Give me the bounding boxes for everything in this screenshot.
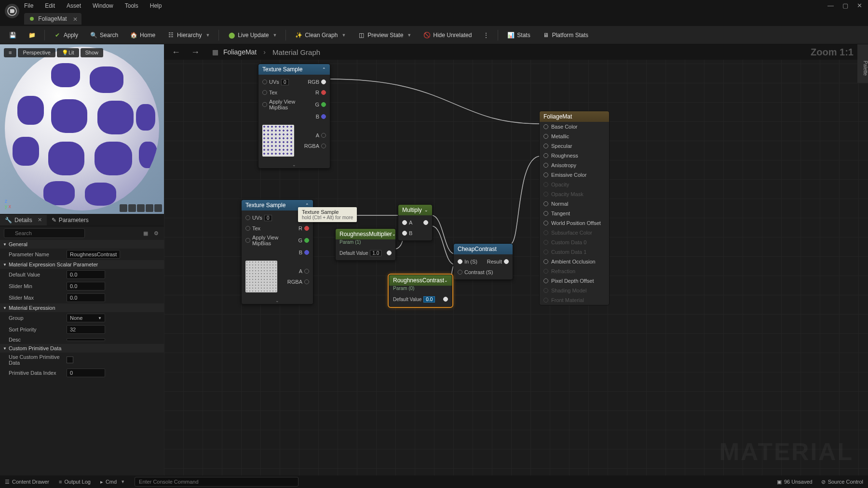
viewport-menu-icon[interactable]: ≡: [4, 48, 16, 57]
chevron-down-icon[interactable]: ⌄: [424, 208, 428, 212]
output-pin[interactable]: Pixel Depth Offset: [540, 276, 609, 286]
output-pin[interactable]: World Position Offset: [540, 218, 609, 228]
platform-stats-button[interactable]: 🖥Platform Stats: [537, 29, 593, 41]
use-custom-checkbox[interactable]: [67, 356, 73, 363]
pin-in[interactable]: [458, 270, 462, 275]
output-pin[interactable]: Specular: [540, 141, 609, 151]
pin-out[interactable]: [321, 79, 326, 84]
pin-in[interactable]: [543, 269, 548, 274]
node-header[interactable]: FoliageMat: [540, 111, 609, 122]
gear-icon[interactable]: ⚙: [152, 229, 160, 237]
pin-out[interactable]: [304, 250, 309, 255]
output-pin[interactable]: Opacity Mask: [540, 189, 609, 199]
parameter-name-input[interactable]: RoughnessContrast: [67, 250, 120, 259]
hide-unrelated-button[interactable]: 🚫Hide Unrelated: [418, 29, 476, 41]
node-roughness-contrast[interactable]: RoughnessContrast⌄ Param (0) Default Val…: [389, 275, 452, 307]
output-pin[interactable]: Base Color: [540, 122, 609, 132]
output-pin[interactable]: Custom Data 1: [540, 247, 609, 257]
nav-fwd-icon[interactable]: →: [188, 47, 203, 57]
node-multiply[interactable]: Multiply⌄ A B: [398, 204, 433, 241]
slider-min-input[interactable]: 0.0: [67, 282, 105, 290]
cmd-button[interactable]: ▸Cmd▼: [100, 479, 125, 485]
details-search-input[interactable]: [4, 228, 85, 238]
pin-in[interactable]: [245, 226, 250, 231]
viewport-shape-icons[interactable]: [120, 204, 162, 212]
pin-in[interactable]: [245, 238, 250, 243]
pin-in[interactable]: [458, 259, 462, 264]
section-general[interactable]: ▼General: [0, 240, 164, 249]
browse-button[interactable]: 📁: [23, 29, 41, 41]
pin-in[interactable]: [543, 230, 548, 235]
toolbar-more[interactable]: ⋮: [478, 30, 494, 40]
search-button[interactable]: 🔍Search: [85, 29, 123, 41]
output-pin[interactable]: Anisotropy: [540, 160, 609, 170]
console-input[interactable]: [135, 477, 298, 487]
output-pin[interactable]: Roughness: [540, 151, 609, 160]
stats-button[interactable]: 📊Stats: [502, 29, 535, 41]
pin-in[interactable]: [262, 79, 267, 84]
default-value-input[interactable]: 0.0: [67, 270, 105, 279]
node-header[interactable]: CheapContrast: [454, 244, 513, 254]
texture-thumbnail[interactable]: [245, 261, 277, 292]
home-button[interactable]: 🏠Home: [125, 29, 160, 41]
chevron-down-icon[interactable]: ⌄: [444, 278, 448, 283]
preview-state-button[interactable]: ◫Preview State▼: [353, 29, 416, 41]
pin-in[interactable]: [543, 259, 548, 264]
node-header[interactable]: Multiply⌄: [398, 205, 432, 215]
chevron-down-icon[interactable]: ⌄: [392, 232, 396, 237]
sort-priority-input[interactable]: 32: [67, 325, 105, 334]
pin-in[interactable]: [543, 201, 548, 206]
minimize-icon[interactable]: —: [827, 2, 834, 9]
pin-in[interactable]: [262, 90, 267, 95]
pin-out[interactable]: [304, 238, 309, 243]
node-material-output[interactable]: FoliageMat Base ColorMetallicSpecularRou…: [539, 111, 610, 305]
pin-in[interactable]: [543, 124, 548, 129]
pin-in[interactable]: [543, 288, 548, 293]
output-pin[interactable]: Tangent: [540, 209, 609, 218]
tab-parameters[interactable]: ✎ Parameters: [47, 215, 94, 225]
output-pin[interactable]: Front Material: [540, 295, 609, 305]
palette-tab[interactable]: Palette: [857, 44, 868, 83]
hierarchy-button[interactable]: ☷Hierarchy▼: [162, 29, 215, 41]
expand-icon[interactable]: ⌄: [242, 297, 313, 304]
desc-input[interactable]: [67, 338, 105, 341]
pin-in[interactable]: [543, 134, 548, 139]
pin-in[interactable]: [543, 211, 548, 216]
menu-tools[interactable]: Tools: [125, 2, 138, 9]
pin-in[interactable]: [543, 192, 548, 197]
texture-thumbnail[interactable]: [262, 125, 294, 157]
grid-icon[interactable]: ▦: [142, 229, 149, 237]
tab-foliagemat[interactable]: FoliageMat ✕: [24, 13, 81, 25]
close-icon[interactable]: ✕: [38, 217, 42, 223]
apply-button[interactable]: ✔Apply: [49, 29, 83, 41]
maximize-icon[interactable]: ▢: [842, 2, 848, 9]
output-log-button[interactable]: ≡Output Log: [59, 479, 91, 485]
save-button[interactable]: 💾: [4, 29, 21, 41]
output-pin[interactable]: Shading Model: [540, 286, 609, 295]
pin-in[interactable]: [543, 153, 548, 158]
output-pin[interactable]: Ambient Occlusion: [540, 257, 609, 266]
group-select[interactable]: None▼: [67, 314, 105, 322]
viewport-show[interactable]: Show: [81, 48, 104, 57]
section-scalar[interactable]: ▼Material Expression Scalar Parameter: [0, 260, 164, 269]
viewport-lit[interactable]: 💡Lit: [57, 48, 79, 57]
primitive-index-input[interactable]: 0: [67, 369, 105, 377]
node-texture-sample-1[interactable]: Texture Sample⌃ UVs0RGB TexR Apply View …: [258, 64, 330, 169]
menu-edit[interactable]: Edit: [45, 2, 55, 9]
output-pin[interactable]: Refraction: [540, 266, 609, 276]
menu-help[interactable]: Help: [150, 2, 162, 9]
nav-back-icon[interactable]: ←: [169, 47, 183, 57]
pin-in[interactable]: [543, 144, 548, 148]
output-pin[interactable]: Normal: [540, 199, 609, 209]
breadcrumb-root[interactable]: FoliageMat: [223, 48, 257, 56]
pin-in[interactable]: [543, 298, 548, 303]
output-pin[interactable]: Opacity: [540, 180, 609, 189]
pin-out[interactable]: [321, 133, 326, 138]
uvs-value[interactable]: 0: [264, 215, 272, 221]
collapse-icon[interactable]: ⌃: [322, 67, 326, 72]
pin-in[interactable]: [402, 231, 407, 236]
pin-out[interactable]: [304, 279, 309, 284]
close-icon[interactable]: ✕: [857, 2, 862, 9]
pin-in[interactable]: [543, 182, 548, 187]
source-control-button[interactable]: ⊘Source Control: [821, 479, 863, 485]
